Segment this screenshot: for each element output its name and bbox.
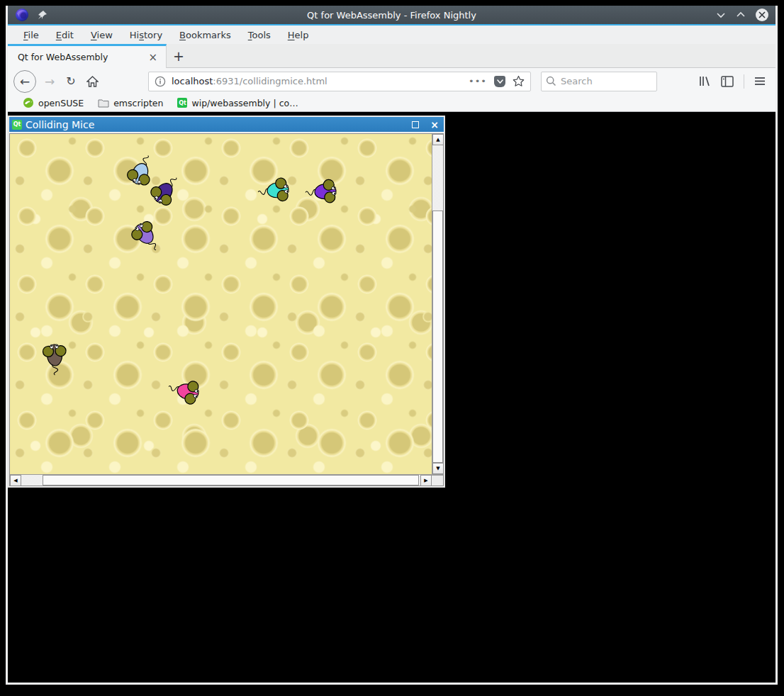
- pin-icon: [38, 10, 47, 20]
- bookmark-star-icon[interactable]: [513, 75, 525, 87]
- minimize-button[interactable]: [716, 11, 726, 18]
- qt-window-colliding-mice: Qt Colliding Mice ×: [8, 116, 445, 488]
- mouse-sprite-5: [30, 330, 78, 378]
- scroll-up-button[interactable]: ▲: [432, 134, 443, 145]
- bookmark-label: openSUSE: [38, 98, 84, 108]
- reload-button[interactable]: ↻: [62, 72, 80, 91]
- firefox-nightly-icon: [15, 8, 29, 22]
- qt-close-button[interactable]: ×: [428, 120, 441, 130]
- scroll-right-button[interactable]: ▶: [420, 475, 432, 486]
- page-actions-icon[interactable]: •••: [469, 76, 487, 86]
- home-button[interactable]: [83, 72, 101, 91]
- scrollbar-corner: [432, 475, 443, 485]
- qt-window-title: Colliding Mice: [26, 119, 408, 130]
- menu-item-help[interactable]: Help: [281, 28, 316, 43]
- site-info-icon[interactable]: [155, 76, 166, 87]
- tab-strip: Qt for WebAssembly × +: [8, 44, 775, 68]
- qt-window-content: ▲ ▼ ◀ ▶: [9, 133, 444, 486]
- search-bar[interactable]: [541, 72, 657, 91]
- bookmark-item-opensuse[interactable]: openSUSE: [18, 96, 89, 110]
- mouse-sprite-6: [162, 365, 216, 420]
- mice-scene-canvas[interactable]: [10, 134, 432, 474]
- menu-item-file[interactable]: File: [16, 28, 46, 43]
- menu-item-tools[interactable]: Tools: [241, 28, 278, 43]
- new-tab-button[interactable]: +: [167, 44, 191, 67]
- opensuse-icon: [23, 97, 34, 108]
- bookmark-label: wip/webassembly | co…: [191, 98, 298, 108]
- search-input[interactable]: [561, 76, 652, 86]
- bookmark-label: emscripten: [113, 98, 163, 108]
- back-button[interactable]: ←: [13, 70, 36, 93]
- scroll-left-button[interactable]: ◀: [10, 475, 21, 486]
- menu-item-bookmarks[interactable]: Bookmarks: [172, 28, 238, 43]
- firefox-window: Qt for WebAssembly - Firefox Nightly Fil…: [6, 6, 778, 685]
- vertical-scroll-track[interactable]: [432, 145, 443, 463]
- navigation-toolbar: ← → ↻ localhost:6931/collidingmice.html …: [8, 68, 775, 94]
- menu-item-view[interactable]: View: [84, 28, 120, 43]
- url-bar[interactable]: localhost:6931/collidingmice.html •••: [148, 72, 531, 91]
- qt-icon: Qt: [177, 98, 187, 108]
- pocket-icon[interactable]: [494, 76, 505, 87]
- maximize-button[interactable]: [736, 11, 746, 18]
- tab-qt-for-webassembly[interactable]: Qt for WebAssembly ×: [8, 44, 167, 68]
- qt-maximize-button[interactable]: [412, 121, 419, 128]
- url-host: localhost: [172, 76, 213, 86]
- qt-window-titlebar[interactable]: Qt Colliding Mice ×: [9, 117, 444, 132]
- folder-icon: [98, 99, 109, 108]
- bookmark-item-emscripten[interactable]: emscripten: [93, 96, 168, 110]
- sidebar-icon[interactable]: [721, 76, 734, 87]
- toolbar-separator: [744, 74, 744, 89]
- search-icon: [546, 76, 556, 86]
- menu-item-history[interactable]: History: [123, 28, 169, 43]
- horizontal-scroll-thumb[interactable]: [43, 475, 419, 485]
- mouse-sprite-3: [253, 164, 304, 215]
- vertical-scroll-thumb[interactable]: [432, 211, 443, 463]
- horizontal-scrollbar[interactable]: ◀ ▶: [10, 475, 432, 485]
- qt-logo-icon: Qt: [12, 120, 22, 130]
- qt-favicon: Qt: [177, 98, 187, 108]
- scroll-down-button[interactable]: ▼: [432, 463, 443, 474]
- window-title: Qt for WebAssembly - Firefox Nightly: [8, 10, 775, 21]
- menu-item-edit[interactable]: Edit: [49, 28, 81, 43]
- url-path: :6931/collidingmice.html: [213, 76, 327, 86]
- bookmarks-toolbar: openSUSEemscriptenQtwip/webassembly | co…: [8, 94, 775, 112]
- tab-title: Qt for WebAssembly: [18, 52, 145, 62]
- forward-button: →: [40, 72, 59, 91]
- hamburger-menu-icon[interactable]: [754, 77, 766, 86]
- close-button[interactable]: [756, 9, 768, 21]
- menu-bar: FileEditViewHistoryBookmarksToolsHelp: [8, 26, 775, 44]
- bookmark-item-wip-webassembly-co-[interactable]: Qtwip/webassembly | co…: [172, 96, 303, 110]
- url-text: localhost:6931/collidingmice.html: [172, 76, 463, 86]
- library-icon[interactable]: [698, 75, 711, 87]
- tab-close-icon[interactable]: ×: [145, 50, 160, 65]
- vertical-scrollbar[interactable]: ▲ ▼: [432, 134, 443, 474]
- page-viewport: Qt Colliding Mice ×: [8, 112, 775, 683]
- window-titlebar[interactable]: Qt for WebAssembly - Firefox Nightly: [8, 6, 775, 24]
- mouse-sprite-4: [301, 167, 350, 215]
- horizontal-scroll-track[interactable]: [21, 475, 420, 485]
